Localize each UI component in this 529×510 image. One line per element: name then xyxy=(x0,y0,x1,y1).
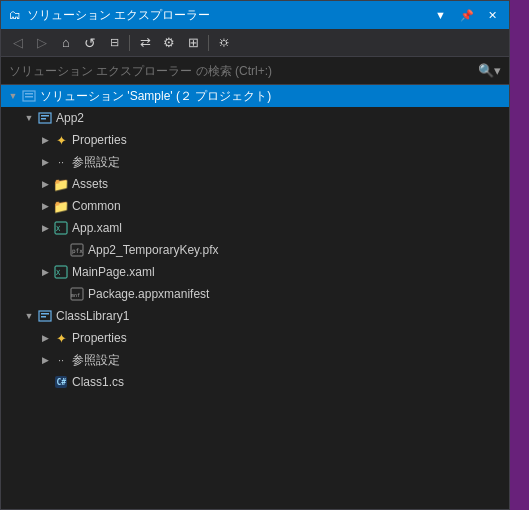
svg-text:mnf: mnf xyxy=(71,292,80,298)
tree-item-tempkey[interactable]: pfx App2_TemporaryKey.pfx xyxy=(1,239,509,261)
refs2-label: 参照設定 xyxy=(72,352,505,369)
tree-item-refs1[interactable]: ·· 参照設定 xyxy=(1,151,509,173)
svg-rect-2 xyxy=(25,96,33,98)
close-button[interactable]: ✕ xyxy=(484,7,501,24)
svg-text:C#: C# xyxy=(57,378,67,387)
tree-item-classlibrary1[interactable]: ClassLibrary1 xyxy=(1,305,509,327)
classlibrary1-label: ClassLibrary1 xyxy=(56,309,505,323)
manifest-icon: mnf xyxy=(69,286,85,302)
collapse-button[interactable]: ⊟ xyxy=(103,32,125,54)
expand-arrow-appxaml[interactable] xyxy=(37,220,53,236)
svg-rect-5 xyxy=(41,118,46,120)
tree-item-properties1[interactable]: ✦ Properties xyxy=(1,129,509,151)
tree-view: ソリューション 'Sample' (２ プロジェクト) App2 ✦ Prope… xyxy=(1,85,509,509)
svg-text:X: X xyxy=(56,225,61,233)
expand-arrow-refs2[interactable] xyxy=(37,352,53,368)
title-bar: 🗂 ソリューション エクスプローラー ▼ 📌 ✕ xyxy=(1,1,509,29)
refs2-icon: ·· xyxy=(53,352,69,368)
right-accent-panel xyxy=(510,0,529,510)
toolbar: ◁ ▷ ⌂ ↺ ⊟ ⇄ ⚙ ⊞ ⛭ xyxy=(1,29,509,57)
properties1-label: Properties xyxy=(72,133,505,147)
svg-text:X: X xyxy=(56,269,61,277)
expand-arrow-classlibrary1[interactable] xyxy=(21,308,37,324)
tree-item-manifest[interactable]: mnf Package.appxmanifest xyxy=(1,283,509,305)
home-button[interactable]: ⌂ xyxy=(55,32,77,54)
title-bar-icon: 🗂 xyxy=(9,8,21,22)
expand-arrow-solution[interactable] xyxy=(5,88,21,104)
expand-arrow-properties2[interactable] xyxy=(37,330,53,346)
title-bar-controls: ▼ 📌 ✕ xyxy=(431,7,501,24)
refs1-icon: ·· xyxy=(53,154,69,170)
common-icon: 📁 xyxy=(53,198,69,214)
tree-item-app2[interactable]: App2 xyxy=(1,107,509,129)
mainpage-label: MainPage.xaml xyxy=(72,265,505,279)
tempkey-icon: pfx xyxy=(69,242,85,258)
svg-rect-4 xyxy=(41,115,49,117)
class1cs-icon: C# xyxy=(53,374,69,390)
tree-item-assets[interactable]: 📁 Assets xyxy=(1,173,509,195)
common-label: Common xyxy=(72,199,505,213)
back-button[interactable]: ◁ xyxy=(7,32,29,54)
properties2-icon: ✦ xyxy=(53,330,69,346)
tree-item-solution[interactable]: ソリューション 'Sample' (２ プロジェクト) xyxy=(1,85,509,107)
solution-icon xyxy=(21,88,37,104)
expand-arrow-refs1[interactable] xyxy=(37,154,53,170)
title-bar-title: ソリューション エクスプローラー xyxy=(27,7,210,24)
search-bar: 🔍▾ xyxy=(1,57,509,85)
tree-item-properties2[interactable]: ✦ Properties xyxy=(1,327,509,349)
search-button[interactable]: 🔍▾ xyxy=(478,63,501,78)
expand-arrow-assets[interactable] xyxy=(37,176,53,192)
auto-hide-button[interactable]: ▼ xyxy=(431,7,450,23)
tree-item-class1cs[interactable]: C# Class1.cs xyxy=(1,371,509,393)
svg-rect-15 xyxy=(41,313,49,315)
class1cs-label: Class1.cs xyxy=(72,375,505,389)
manifest-label: Package.appxmanifest xyxy=(88,287,505,301)
mainpage-icon: X xyxy=(53,264,69,280)
expand-arrow-mainpage[interactable] xyxy=(37,264,53,280)
properties1-icon: ✦ xyxy=(53,132,69,148)
classlibrary1-icon xyxy=(37,308,53,324)
settings-button[interactable]: ⚙ xyxy=(158,32,180,54)
title-bar-left: 🗂 ソリューション エクスプローラー xyxy=(9,7,210,24)
expand-arrow-properties1[interactable] xyxy=(37,132,53,148)
properties2-label: Properties xyxy=(72,331,505,345)
appxaml-label: App.xaml xyxy=(72,221,505,235)
tree-item-common[interactable]: 📁 Common xyxy=(1,195,509,217)
search-input[interactable] xyxy=(9,64,478,78)
assets-icon: 📁 xyxy=(53,176,69,192)
tree-item-mainpage[interactable]: X MainPage.xaml xyxy=(1,261,509,283)
svg-text:pfx: pfx xyxy=(72,247,83,255)
solution-label: ソリューション 'Sample' (２ プロジェクト) xyxy=(40,88,505,105)
tree-item-refs2[interactable]: ·· 参照設定 xyxy=(1,349,509,371)
filter-button[interactable]: ⊞ xyxy=(182,32,204,54)
expand-arrow-common[interactable] xyxy=(37,198,53,214)
tempkey-label: App2_TemporaryKey.pfx xyxy=(88,243,505,257)
sync-button[interactable]: ⇄ xyxy=(134,32,156,54)
refresh-button[interactable]: ↺ xyxy=(79,32,101,54)
properties-button[interactable]: ⛭ xyxy=(213,32,235,54)
pin-button[interactable]: 📌 xyxy=(456,7,478,24)
app2-label: App2 xyxy=(56,111,505,125)
expand-arrow-app2[interactable] xyxy=(21,110,37,126)
app2-icon xyxy=(37,110,53,126)
forward-button[interactable]: ▷ xyxy=(31,32,53,54)
solution-explorer: 🗂 ソリューション エクスプローラー ▼ 📌 ✕ ◁ ▷ ⌂ ↺ ⊟ ⇄ ⚙ ⊞… xyxy=(0,0,510,510)
assets-label: Assets xyxy=(72,177,505,191)
refs1-label: 参照設定 xyxy=(72,154,505,171)
toolbar-separator-1 xyxy=(129,35,130,51)
tree-item-appxaml[interactable]: X App.xaml xyxy=(1,217,509,239)
toolbar-separator-2 xyxy=(208,35,209,51)
svg-rect-16 xyxy=(41,316,46,318)
svg-rect-1 xyxy=(25,93,33,95)
appxaml-icon: X xyxy=(53,220,69,236)
